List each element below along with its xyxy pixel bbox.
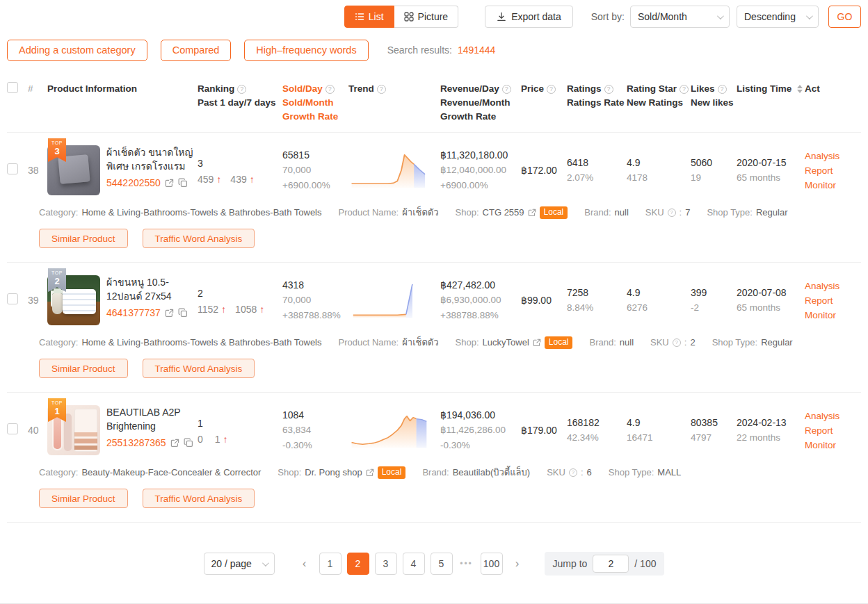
sort-field-value: Sold/Month (638, 11, 687, 22)
meta-sku: SKU ? : 7 (645, 207, 691, 218)
report-link[interactable]: Report (805, 423, 855, 438)
listing-time-cell: 2020-07-08 65 months (737, 285, 805, 316)
meta-brand: Brand: Beautilab(บิวตี้แล็บ) (422, 465, 530, 480)
external-link-icon[interactable] (165, 309, 174, 318)
ranking-change-2: 1058 (235, 304, 257, 315)
monitor-link[interactable]: Monitor (805, 438, 855, 452)
help-icon[interactable]: ? (668, 209, 676, 217)
copy-icon[interactable] (178, 178, 188, 188)
page-button-2-active[interactable]: 2 (347, 553, 369, 575)
product-row: 39 TOP 2 ผ้าขนหนู 10.5-12ปอนด์ 27x54 464… (7, 275, 861, 325)
analysis-link[interactable]: Analysis (805, 409, 855, 423)
picture-view-button[interactable]: Picture (394, 6, 459, 28)
product-title[interactable]: ผ้าเช็ดตัว ขนาดใหญ่พิเศษ เกรดโรงแรม 30x6… (106, 145, 198, 173)
revenue-month: ฿6,930,000.00 (440, 293, 521, 308)
go-button[interactable]: GO (828, 6, 861, 28)
sold-month: 63,834 (282, 423, 348, 438)
analysis-link[interactable]: Analysis (805, 279, 855, 293)
column-trend: Trend? (348, 82, 440, 96)
external-link-icon[interactable] (165, 179, 174, 188)
row-checkbox[interactable] (7, 423, 18, 434)
traffic-word-analysis-button[interactable]: Traffic Word Analysis (143, 359, 255, 378)
monitor-link[interactable]: Monitor (805, 178, 855, 193)
help-icon[interactable]: ? (673, 338, 681, 347)
export-data-button[interactable]: Export data (485, 6, 573, 28)
product-id-link[interactable]: 25513287365 (106, 437, 166, 448)
list-view-label: List (369, 11, 384, 22)
meta-shop: Shop: Dr. Pong shop Local (278, 466, 405, 479)
row-checkbox[interactable] (7, 163, 18, 174)
list-view-button[interactable]: List (344, 6, 394, 28)
price-cell: ฿99.00 (521, 295, 567, 306)
prev-page-button[interactable]: ‹ (296, 553, 314, 575)
traffic-word-analysis-button[interactable]: Traffic Word Analysis (143, 489, 255, 508)
product-thumbnail[interactable]: TOP 1 (47, 405, 100, 455)
chevron-down-icon (262, 560, 268, 566)
help-icon[interactable]: ? (502, 85, 511, 94)
next-page-button[interactable]: › (508, 553, 527, 575)
meta-sku: SKU ? : 6 (547, 467, 592, 478)
help-icon[interactable]: ? (326, 85, 335, 94)
ratings-cell: 7258 8.84% (567, 285, 627, 316)
filter-bar: Adding a custom category Compared High–f… (7, 39, 861, 61)
copy-icon[interactable] (178, 308, 188, 318)
help-icon[interactable]: ? (569, 468, 577, 477)
similar-product-button[interactable]: Similar Product (39, 359, 128, 378)
meta-category: Category: Home & Living-Bathrooms-Towels… (39, 337, 322, 348)
page-button-5[interactable]: 5 (431, 553, 453, 575)
sort-listing-time[interactable] (797, 85, 803, 93)
help-icon[interactable]: ? (718, 85, 727, 94)
help-icon[interactable]: ? (237, 85, 246, 94)
shop-type-value: MALL (657, 467, 681, 478)
product-thumbnail[interactable]: TOP 2 (47, 275, 100, 325)
row-checkbox[interactable] (7, 293, 18, 304)
help-icon[interactable]: ? (547, 85, 556, 94)
shop-name[interactable]: LuckyTowel (483, 337, 529, 348)
ranking-cell: 3 459↑ 439↑ (198, 156, 282, 185)
external-link-icon[interactable] (366, 468, 374, 477)
traffic-word-analysis-button[interactable]: Traffic Word Analysis (143, 229, 255, 248)
select-all-checkbox[interactable] (7, 82, 18, 93)
similar-product-button[interactable]: Similar Product (39, 229, 128, 248)
shop-name[interactable]: CTG 2559 (483, 207, 524, 218)
compared-button[interactable]: Compared (161, 40, 232, 61)
product-title[interactable]: BEAUTILAB A2P Brightening Concealer... (106, 405, 198, 433)
product-id-link[interactable]: 5442202550 (106, 177, 161, 188)
rating-star-cell: 4.9 4178 (627, 155, 691, 186)
page-size-select[interactable]: 20 / page (204, 553, 275, 575)
help-icon[interactable]: ? (680, 85, 689, 94)
local-badge: Local (378, 466, 406, 479)
toolbar: List Picture Export data Sort by: Sold/M… (7, 0, 861, 28)
shop-type-value: Regular (761, 337, 793, 348)
sort-order-select[interactable]: Descending (737, 6, 819, 28)
high-frequency-words-button[interactable]: High–frequency words (244, 40, 368, 61)
help-icon[interactable]: ? (377, 85, 386, 94)
external-link-icon[interactable] (533, 338, 541, 347)
similar-product-button[interactable]: Similar Product (39, 489, 128, 508)
product-thumbnail[interactable]: TOP 3 (47, 145, 100, 195)
new-ratings: 4178 (627, 170, 691, 186)
ranking-value: 2 (198, 286, 282, 301)
column-product-information: Product Information (47, 82, 198, 96)
product-group: 38 TOP 3 ผ้าเช็ดตัว ขนาดใหญ่พิเศษ เกรดโร… (7, 133, 861, 263)
page-button-last[interactable]: 100 (481, 553, 503, 575)
rating-star: 4.9 (627, 155, 691, 170)
help-icon[interactable]: ? (604, 85, 613, 94)
product-title[interactable]: ผ้าขนหนู 10.5-12ปอนด์ 27x54 (106, 275, 198, 303)
page-button-4[interactable]: 4 (403, 553, 425, 575)
report-link[interactable]: Report (805, 293, 855, 308)
external-link-icon[interactable] (170, 439, 179, 448)
page-button-3[interactable]: 3 (375, 553, 397, 575)
sort-field-select[interactable]: Sold/Month (630, 6, 730, 28)
sold-growth-rate: -0.30% (282, 438, 348, 453)
product-id-link[interactable]: 4641377737 (106, 307, 161, 318)
page-button-1[interactable]: 1 (319, 553, 341, 575)
jump-to-input[interactable] (593, 555, 629, 573)
add-custom-category-button[interactable]: Adding a custom category (7, 40, 147, 61)
analysis-link[interactable]: Analysis (805, 149, 855, 163)
external-link-icon[interactable] (528, 209, 536, 217)
report-link[interactable]: Report (805, 163, 855, 178)
shop-name[interactable]: Dr. Pong shop (305, 467, 362, 478)
copy-icon[interactable] (184, 438, 193, 448)
monitor-link[interactable]: Monitor (805, 308, 855, 323)
